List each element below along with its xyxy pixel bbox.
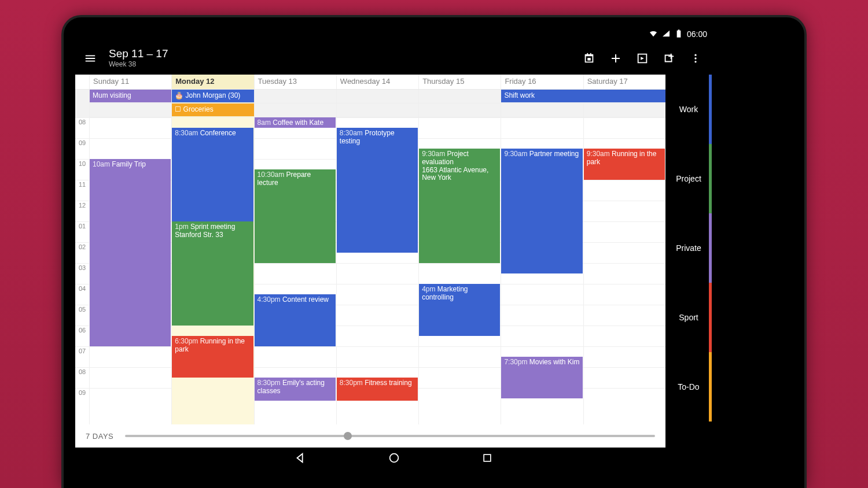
legend-item[interactable]: Sport xyxy=(665,283,712,352)
calendar-event[interactable]: 9:30am Running in the park xyxy=(584,149,665,180)
day-headers: Sunday 11 Monday 12 Tuesday 13 Wednesday… xyxy=(75,75,665,90)
day-column[interactable]: 8:30am Prototype testing8:30pm Fitness t… xyxy=(336,117,418,424)
calendar-event[interactable]: 10am Family Trip xyxy=(90,159,171,346)
day-header-wed[interactable]: Wednesday 14 xyxy=(336,75,418,89)
calendar-event[interactable]: 8am Coffee with Kate xyxy=(255,117,336,128)
hour-label: 06 xyxy=(75,326,89,346)
calendar-event[interactable]: 10:30am Prepare lecture xyxy=(255,169,336,263)
allday-event[interactable]: Shift work xyxy=(501,90,665,102)
hour-label: 09 xyxy=(75,388,89,409)
day-header-thu[interactable]: Thursday 15 xyxy=(418,75,501,89)
calendar-event[interactable]: 4pm Marketing controlling xyxy=(419,284,500,336)
legend-item[interactable]: To-Do xyxy=(665,352,712,422)
svg-rect-7 xyxy=(484,454,491,461)
allday-cell[interactable]: 🎂 John Morgan (30) xyxy=(171,90,253,103)
app-bar: Sep 11 – 17 Week 38 xyxy=(75,42,712,75)
week-grid[interactable]: 0809101112010203040506070809 10am Family… xyxy=(75,117,665,424)
hour-label: 05 xyxy=(75,305,89,326)
overflow-menu-icon[interactable] xyxy=(687,50,704,66)
date-range-title: Sep 11 – 17 xyxy=(109,48,571,60)
calendar-panel: Sunday 11 Monday 12 Tuesday 13 Wednesday… xyxy=(75,75,665,448)
allday-cell[interactable] xyxy=(254,90,336,103)
allday-cell[interactable] xyxy=(418,90,501,103)
hour-label: 01 xyxy=(75,221,89,242)
calendar-event[interactable]: 7:30pm Movies with Kim xyxy=(501,357,582,398)
today-icon[interactable] xyxy=(581,50,597,66)
nav-home-icon[interactable] xyxy=(388,452,400,467)
day-header-sat[interactable]: Saturday 17 xyxy=(583,75,665,89)
svg-rect-1 xyxy=(590,53,591,56)
nav-back-icon[interactable] xyxy=(294,452,307,467)
day-header-fri[interactable]: Friday 16 xyxy=(501,75,583,89)
hour-label: 04 xyxy=(75,284,89,305)
week-subtitle: Week 38 xyxy=(109,60,571,68)
day-column[interactable]: 9:30am Running in the park xyxy=(583,117,665,424)
status-bar: 06:00 xyxy=(75,26,712,42)
allday-event[interactable]: Mum visiting xyxy=(90,90,171,102)
hour-label: 03 xyxy=(75,263,89,284)
hour-label: 07 xyxy=(75,346,89,367)
allday-row-1: Mum visiting🎂 John Morgan (30)Shift work xyxy=(75,90,665,103)
allday-cell[interactable] xyxy=(583,103,665,117)
battery-icon xyxy=(674,29,683,40)
goto-date-icon[interactable] xyxy=(634,50,650,66)
new-event-icon[interactable] xyxy=(661,50,677,66)
day-header-sun[interactable]: Sunday 11 xyxy=(89,75,171,89)
hour-label: 12 xyxy=(75,201,89,221)
view-range-label: 7 DAYS xyxy=(86,432,113,441)
legend-item[interactable]: Private xyxy=(665,213,712,283)
allday-cell[interactable]: ☐ Groceries xyxy=(171,103,253,117)
svg-rect-2 xyxy=(587,58,591,61)
allday-cell[interactable] xyxy=(336,103,418,117)
calendar-event[interactable]: 6:30pm Running in the park xyxy=(172,336,253,378)
view-range-footer: 7 DAYS xyxy=(75,424,665,448)
legend-item[interactable]: Work xyxy=(665,75,712,144)
allday-cell[interactable] xyxy=(418,103,501,117)
day-column[interactable]: 9:30am Project evaluation1663 Atlantic A… xyxy=(418,117,501,424)
calendar-event[interactable]: 8:30pm Emily's acting classes xyxy=(255,378,336,401)
svg-rect-0 xyxy=(587,53,588,56)
day-header-tue[interactable]: Tuesday 13 xyxy=(254,75,336,89)
cell-signal-icon xyxy=(661,29,671,40)
allday-cell[interactable] xyxy=(254,103,336,117)
allday-event[interactable]: 🎂 John Morgan (30) xyxy=(172,90,253,102)
calendar-event[interactable]: 9:30am Project evaluation1663 Atlantic A… xyxy=(419,149,500,263)
hour-label: 09 xyxy=(75,138,89,159)
day-header-mon[interactable]: Monday 12 xyxy=(171,75,253,89)
device-screen: 06:00 Sep 11 – 17 Week 38 Sunday xyxy=(75,26,712,471)
svg-point-5 xyxy=(694,61,696,62)
allday-cell[interactable]: Mum visiting xyxy=(89,90,171,103)
appbar-titles[interactable]: Sep 11 – 17 Week 38 xyxy=(109,48,571,68)
hour-label: 08 xyxy=(75,367,89,388)
svg-point-4 xyxy=(694,57,696,59)
status-time: 06:00 xyxy=(687,29,707,39)
slider-thumb[interactable] xyxy=(344,432,352,440)
calendar-event[interactable]: 8:30pm Fitness training xyxy=(337,378,418,401)
hour-label: 10 xyxy=(75,159,89,180)
day-column[interactable]: 10am Family Trip xyxy=(89,117,171,424)
calendar-event[interactable]: 9:30am Partner meeting xyxy=(501,149,582,273)
wifi-icon xyxy=(649,29,658,40)
legend-item[interactable]: Project xyxy=(665,144,712,213)
allday-cell[interactable] xyxy=(336,90,418,103)
allday-cell[interactable]: Shift work xyxy=(501,90,665,103)
day-column[interactable]: 8:30am Conference1pm Sprint meetingStanf… xyxy=(171,117,253,424)
hamburger-menu-icon[interactable] xyxy=(82,50,98,66)
time-gutter: 0809101112010203040506070809 xyxy=(75,117,89,424)
view-range-slider[interactable] xyxy=(125,435,655,437)
nav-recents-icon[interactable] xyxy=(481,452,493,466)
allday-cell[interactable] xyxy=(89,103,171,117)
android-navbar xyxy=(75,448,712,471)
calendar-event[interactable]: 8:30am Conference xyxy=(172,128,253,221)
hour-label: 02 xyxy=(75,242,89,263)
svg-point-3 xyxy=(694,54,696,56)
allday-event[interactable]: ☐ Groceries xyxy=(172,103,253,116)
calendar-event[interactable]: 8:30am Prototype testing xyxy=(337,128,418,253)
allday-cell[interactable] xyxy=(501,103,583,117)
day-column[interactable]: 9:30am Partner meeting7:30pm Movies with… xyxy=(501,117,583,424)
calendar-event[interactable]: 4:30pm Content review xyxy=(255,294,336,346)
day-column[interactable]: 8am Coffee with Kate10:30am Prepare lect… xyxy=(254,117,336,424)
add-icon[interactable] xyxy=(608,50,624,66)
calendar-event[interactable]: 1pm Sprint meetingStanford Str. 33 xyxy=(172,221,253,326)
calendar-legend: WorkProjectPrivateSportTo-Do xyxy=(665,75,712,448)
